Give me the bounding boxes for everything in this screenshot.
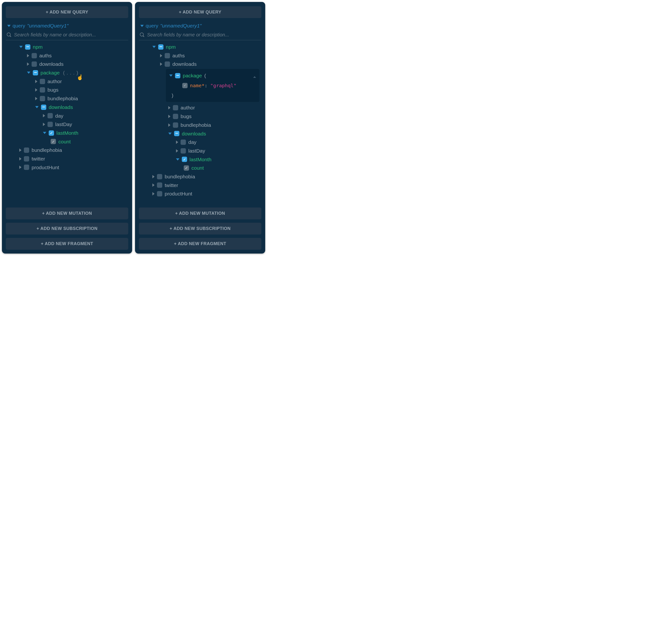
checkbox-checked-locked[interactable] [184,165,189,171]
chevron-right-icon[interactable] [35,97,37,100]
field-label[interactable]: lastMonth [189,155,211,164]
chevron-right-icon[interactable] [160,63,162,66]
field-label[interactable]: downloads [182,129,206,138]
field-label[interactable]: bundlephobia [32,146,62,154]
add-fragment-button[interactable]: + ADD NEW FRAGMENT [139,238,261,250]
checkbox-empty[interactable] [40,96,45,101]
checkbox-partial[interactable] [25,44,30,50]
chevron-right-icon[interactable] [152,192,154,195]
chevron-right-icon[interactable] [43,123,45,126]
checkbox-empty[interactable] [157,191,162,196]
checkbox-empty[interactable] [24,165,29,170]
chevron-right-icon[interactable] [176,141,178,144]
chevron-right-icon[interactable] [35,80,37,83]
chevron-right-icon[interactable] [19,165,22,169]
field-label[interactable]: author [181,103,195,112]
field-label[interactable]: productHunt [32,163,59,172]
checkbox-checked[interactable] [49,130,54,136]
field-label[interactable]: downloads [172,60,196,69]
field-label[interactable]: package [183,71,202,80]
field-downloads-root[interactable]: downloads [140,60,261,69]
field-auths[interactable]: auths [7,51,128,60]
add-query-button[interactable]: + ADD NEW QUERY [139,6,261,18]
chevron-right-icon[interactable] [152,175,154,178]
field-label[interactable]: npm [33,43,43,51]
checkbox-empty[interactable] [47,122,53,127]
checkbox-empty[interactable] [40,79,45,84]
field-label[interactable]: productHunt [165,189,192,198]
field-label[interactable]: day [188,138,196,147]
checkbox-empty[interactable] [165,62,170,67]
chevron-down-icon[interactable] [152,46,156,48]
chevron-down-icon[interactable] [176,158,179,160]
chevron-right-icon[interactable] [168,106,171,109]
chevron-right-icon[interactable] [43,114,45,117]
chevron-down-icon[interactable] [7,25,11,27]
field-label[interactable]: lastMonth [57,129,78,138]
checkbox-empty[interactable] [181,148,186,154]
chevron-down-icon[interactable] [168,132,172,135]
field-label[interactable]: count [191,164,204,172]
checkbox-empty[interactable] [40,87,45,92]
checkbox-empty[interactable] [32,53,37,58]
field-label[interactable]: count [58,138,71,146]
add-query-button[interactable]: + ADD NEW QUERY [6,6,128,18]
query-header[interactable]: query "unnamedQuery1" [140,23,261,29]
checkbox-empty[interactable] [47,113,53,118]
field-label[interactable]: package [40,69,60,77]
checkbox-empty[interactable] [173,122,178,128]
field-twitter[interactable]: twitter [140,181,261,190]
field-count[interactable]: count [140,164,261,172]
field-label[interactable]: lastDay [55,120,72,129]
field-author[interactable]: author [140,103,261,112]
chevron-right-icon[interactable] [27,54,29,58]
chevron-right-icon[interactable] [27,63,29,66]
field-label[interactable]: bundlephobia [181,121,211,129]
chevron-down-icon[interactable] [140,25,144,27]
field-downloads-root[interactable]: downloads [7,60,128,69]
field-producthunt[interactable]: productHunt [140,189,261,198]
field-npm[interactable]: npm [140,43,261,51]
checkbox-empty[interactable] [173,105,178,110]
field-label[interactable]: downloads [49,103,73,112]
chevron-down-icon[interactable] [43,132,46,134]
field-label[interactable]: twitter [32,154,45,163]
checkbox-empty[interactable] [157,183,162,188]
query-header[interactable]: query "unnamedQuery1" [7,23,128,29]
add-subscription-button[interactable]: + ADD NEW SUBSCRIPTION [6,223,128,234]
arg-value[interactable]: "graphql" [210,83,236,88]
chevron-right-icon[interactable] [19,157,22,160]
checkbox-partial[interactable] [174,131,179,136]
field-label[interactable]: author [47,77,62,86]
chevron-right-icon[interactable] [168,123,171,127]
field-count[interactable]: count [7,138,128,146]
field-label[interactable]: day [55,112,63,120]
checkbox-partial[interactable] [158,44,164,50]
checkbox-partial[interactable] [175,73,180,78]
chevron-down-icon[interactable] [27,72,30,74]
checkbox-empty[interactable] [165,53,170,58]
checkbox-empty[interactable] [173,114,178,119]
field-label[interactable]: bugs [47,85,59,94]
field-producthunt[interactable]: productHunt [7,163,128,172]
chevron-down-icon[interactable] [169,74,173,77]
checkbox-empty[interactable] [24,156,29,161]
checkbox-empty[interactable] [32,62,37,67]
checkbox-checked-locked[interactable] [50,139,56,144]
field-downloads-inner[interactable]: downloads [7,103,128,112]
add-mutation-button[interactable]: + ADD NEW MUTATION [139,207,261,219]
args-collapsed[interactable]: ( . . . ) [63,69,78,77]
field-label[interactable]: bundlephobia [47,94,78,103]
search-input[interactable] [147,32,260,38]
chevron-right-icon[interactable] [35,88,37,91]
field-downloads-inner[interactable]: downloads [140,129,261,138]
checkbox-partial[interactable] [41,105,46,110]
field-package[interactable]: package ( . . . ) ☝ [7,69,128,77]
field-bundlephobia-inner[interactable]: bundlephobia [7,94,128,103]
field-day[interactable]: day [140,138,261,147]
chevron-right-icon[interactable] [176,149,178,153]
field-label[interactable]: auths [39,51,51,60]
field-label[interactable]: bugs [181,112,192,121]
field-auths[interactable]: auths [140,51,261,60]
arg-row-name[interactable]: name*: "graphql" [169,80,256,91]
